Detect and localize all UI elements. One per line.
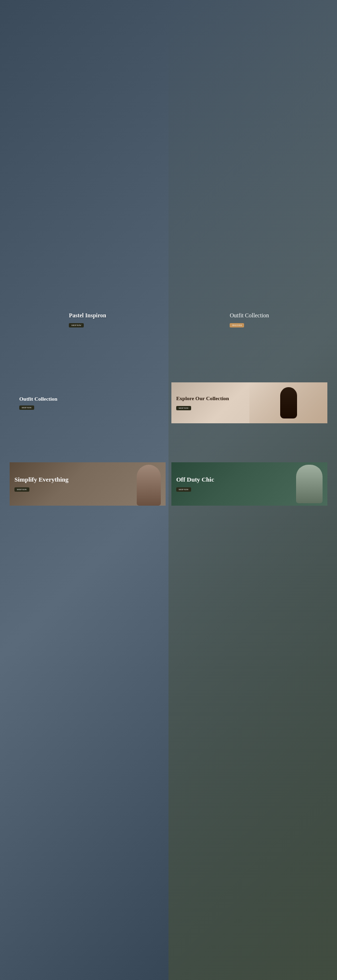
hero-title: Off Duty Chic — [176, 476, 214, 484]
layout-grid: November HOME MEN WOMEN SHOP Pastel Insp… — [5, 132, 332, 557]
hero-title: Pastel Inspiron — [69, 312, 106, 319]
hero-section: Simplify Everything SHOP NOW — [10, 462, 166, 506]
hero-title: Outfit Collection — [19, 396, 57, 402]
hero-text: Outfit Collection DISCOVER — [225, 307, 274, 333]
person-illustration — [280, 387, 297, 418]
hero-text: Pastel Inspiron SHOP NOW — [64, 307, 111, 333]
card-outfit-collection-2[interactable]: NOVEMBER HOME SHOP WOMEN Outfit Collecti… — [10, 379, 166, 453]
shop-button[interactable]: SHOP NOW — [14, 487, 29, 492]
shop-button[interactable]: SHOP NOW — [69, 323, 84, 327]
hero-text: Off Duty Chic SHOP NOW — [176, 476, 214, 493]
discover-button[interactable]: DISCOVER — [230, 323, 244, 327]
hero-text: Simplify Everything SHOP NOW — [14, 476, 68, 493]
person-illustration — [137, 465, 161, 506]
hero-section: Outfit Collection SHOP NOW — [10, 382, 166, 423]
hero-text: Explore Our Collection SHOP NOW — [176, 395, 229, 411]
hero-section: Off Duty Chic SHOP NOW — [171, 462, 327, 506]
hero-title: Outfit Collection — [230, 312, 269, 319]
hero-title: Explore Our Collection — [176, 395, 229, 402]
shop-button[interactable]: SHOP NOW — [176, 406, 191, 410]
person-illustration — [296, 465, 323, 503]
shop-button[interactable]: SHOP NOW — [176, 487, 191, 492]
hero-bg — [10, 379, 166, 453]
shop-button[interactable]: SHOP NOW — [19, 405, 34, 410]
hero-image — [249, 382, 327, 423]
hero-text: Outfit Collection SHOP NOW — [14, 391, 62, 415]
hero-section: Explore Our Collection SHOP NOW — [171, 382, 327, 423]
hero-title: Simplify Everything — [14, 476, 68, 484]
